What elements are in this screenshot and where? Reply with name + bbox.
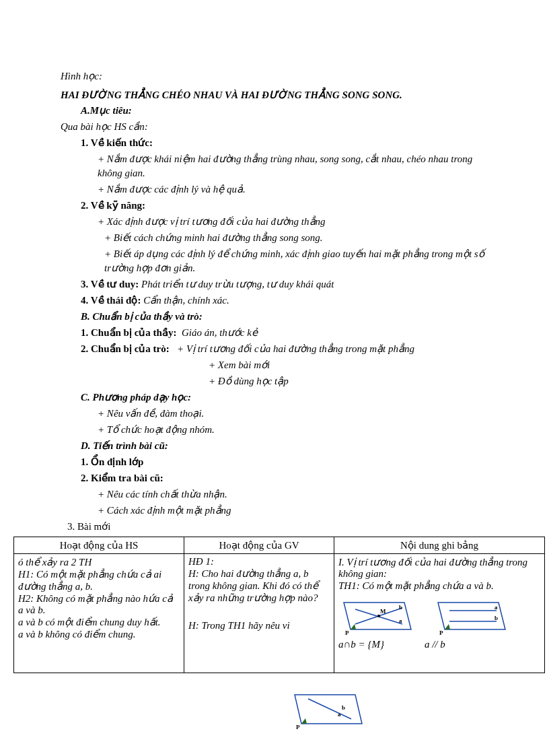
th-gv: Hoạt động của GV <box>184 537 334 554</box>
d1: 1. Ổn định lớp <box>61 455 488 469</box>
diagram-row: M a b P a b P <box>338 596 540 636</box>
page-title: HAI ĐƯỜNG THẲNG CHÉO NHAU VÀ HAI ĐƯỜNG T… <box>61 89 488 101</box>
svg-marker-20 <box>301 718 307 724</box>
d2: 2. Kiểm tra bài cũ: <box>61 471 488 485</box>
cell-gv: HĐ 1: H: Cho hai đường thẳng a, b trong … <box>184 554 334 673</box>
section-a-intro: Qua bài học HS cần: <box>61 120 488 134</box>
a1-p2: + Nắm được các định lý và hệ quả. <box>61 182 488 197</box>
diagram-intersect: M a b P <box>338 596 419 636</box>
activity-table: Hoạt động của HS Hoạt động của GV Nội du… <box>13 537 545 673</box>
section-d-heading: D. Tiến trình bài cũ: <box>61 439 488 453</box>
svg-text:a: a <box>495 604 498 611</box>
svg-text:b: b <box>495 615 498 621</box>
th-board: Nội dung ghi bảng <box>334 537 545 554</box>
section-a-heading: A.Mục tiêu: <box>61 104 488 118</box>
a2-heading: 2. Về kỹ năng: <box>61 199 488 213</box>
c-p1: + Nêu vấn đề, đàm thoại. <box>61 407 488 421</box>
b2c: + Đồ dùng học tập <box>61 374 488 388</box>
svg-text:M: M <box>380 608 386 615</box>
c-p2: + Tổ chức hoạt động nhóm. <box>61 423 488 437</box>
b2: 2. Chuẩn bị của trò: + Vị trí tương đối … <box>61 342 488 356</box>
d2b: + Cách xác định một mặt phẳng <box>61 504 488 518</box>
svg-text:P: P <box>345 629 349 636</box>
d2a: + Nêu các tính chất thừa nhận. <box>61 487 488 502</box>
svg-marker-7 <box>351 624 356 629</box>
a1-p1: + Nắm được khái niệm hai đường thẳng trù… <box>61 152 488 180</box>
a1-heading: 1. Về kiến thức: <box>61 136 488 150</box>
subject-label: Hình học: <box>61 69 488 83</box>
svg-text:b: b <box>399 604 402 611</box>
svg-text:P: P <box>439 629 443 636</box>
svg-text:P: P <box>296 724 300 730</box>
th-hs: Hoạt động của HS <box>14 537 184 554</box>
cell-hs: ó thể xảy ra 2 TH H1: Có một mặt phẳng c… <box>14 554 184 673</box>
svg-point-3 <box>377 615 380 617</box>
svg-text:a: a <box>399 617 402 624</box>
a3: 3. Về tư duy: Phát triển tư duy trừu tượ… <box>61 277 488 291</box>
b2b: + Xem bài mới <box>61 358 488 372</box>
a4: 4. Về thái độ: Cẩn thận, chính xác. <box>61 294 488 308</box>
diagram-parallel: a b P <box>433 596 513 636</box>
svg-text:a: a <box>338 711 341 718</box>
b1: 1. Chuẩn bị của thầy: Giáo án, thước kẻ <box>61 326 488 340</box>
cell-board: I. Vị trí tương đối của hai đường thẳng … <box>334 554 545 673</box>
svg-text:b: b <box>342 704 345 711</box>
a2-p2: + Biết cách chứng minh hai đường thẳng s… <box>61 231 488 245</box>
d3: 3. Bài mới <box>61 520 488 534</box>
diagram-coincident: b a P <box>289 687 488 730</box>
a2-p3: + Biết áp dụng các định lý để chứng minh… <box>61 247 488 275</box>
section-b-heading: B. Chuẩn bị của thầy và trò: <box>61 310 488 324</box>
a2-p1: + Xác định được vị trí tương đối của hai… <box>61 215 488 229</box>
svg-marker-14 <box>445 624 450 629</box>
section-c-heading: C. Phương pháp dạy học: <box>61 390 488 405</box>
